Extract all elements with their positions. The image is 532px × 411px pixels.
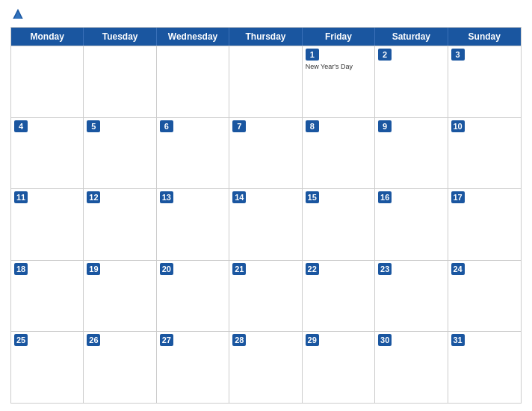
day-number: 23: [378, 263, 392, 275]
day-cell: 15: [303, 189, 375, 260]
day-header-monday: Monday: [11, 28, 84, 46]
day-cell: 5: [84, 118, 156, 189]
day-cell: 31: [448, 332, 521, 403]
day-headers-row: MondayTuesdayWednesdayThursdayFridaySatu…: [11, 28, 521, 46]
day-number: 19: [87, 263, 100, 275]
day-cell: 23: [375, 261, 448, 332]
day-cell: 3: [448, 46, 521, 117]
day-number: 16: [378, 191, 392, 203]
day-cell: 20: [157, 261, 229, 332]
page: MondayTuesdayWednesdayThursdayFridaySatu…: [0, 0, 532, 411]
day-cell: 2: [375, 46, 448, 117]
day-cell: 17: [448, 189, 521, 260]
day-cell: 1New Year's Day: [303, 46, 375, 117]
day-cell: 8: [303, 118, 375, 189]
day-number: 11: [14, 191, 28, 203]
day-cell: [157, 46, 229, 117]
logo-icon: [10, 7, 25, 22]
day-number: 28: [232, 334, 246, 346]
day-header-tuesday: Tuesday: [84, 28, 156, 46]
day-number: 27: [160, 334, 173, 346]
day-number: [87, 49, 100, 61]
week-row-1: 1New Year's Day23: [11, 46, 521, 117]
day-number: 1: [306, 49, 319, 61]
day-number: 3: [451, 49, 465, 61]
day-cell: 24: [448, 261, 521, 332]
day-number: 6: [160, 120, 173, 132]
day-number: 22: [306, 263, 319, 275]
day-number: 10: [451, 120, 465, 132]
calendar: MondayTuesdayWednesdayThursdayFridaySatu…: [10, 27, 522, 404]
day-header-sunday: Sunday: [448, 28, 521, 46]
day-cell: 27: [157, 332, 229, 403]
day-cell: 16: [375, 189, 448, 260]
day-number: 18: [14, 263, 28, 275]
day-header-thursday: Thursday: [229, 28, 302, 46]
day-number: 15: [306, 191, 319, 203]
header: [10, 7, 522, 22]
day-cell: 25: [11, 332, 84, 403]
day-number: 24: [451, 263, 465, 275]
day-cell: 13: [157, 189, 229, 260]
day-cell: [11, 46, 84, 117]
day-cell: 12: [84, 189, 156, 260]
day-cell: 6: [157, 118, 229, 189]
day-number: 5: [87, 120, 100, 132]
day-cell: 9: [375, 118, 448, 189]
day-cell: 18: [11, 261, 84, 332]
day-cell: 28: [229, 332, 302, 403]
day-number: 26: [87, 334, 100, 346]
day-number: 2: [378, 49, 392, 61]
day-cell: 7: [229, 118, 302, 189]
day-number: 17: [451, 191, 465, 203]
day-number: 8: [306, 120, 319, 132]
day-cell: 14: [229, 189, 302, 260]
day-number: [232, 49, 246, 61]
day-cell: [229, 46, 302, 117]
day-number: 30: [378, 334, 392, 346]
day-cell: 30: [375, 332, 448, 403]
event-label: New Year's Day: [306, 63, 371, 71]
weeks-container: 1New Year's Day2345678910111213141516171…: [11, 46, 521, 403]
day-cell: 11: [11, 189, 84, 260]
day-number: [160, 49, 173, 61]
day-header-saturday: Saturday: [375, 28, 448, 46]
day-number: 29: [306, 334, 319, 346]
week-row-2: 45678910: [11, 117, 521, 189]
day-header-friday: Friday: [303, 28, 375, 46]
week-row-3: 11121314151617: [11, 188, 521, 260]
day-cell: 10: [448, 118, 521, 189]
day-number: 4: [14, 120, 28, 132]
day-cell: 26: [84, 332, 156, 403]
day-number: [14, 49, 28, 61]
day-cell: 19: [84, 261, 156, 332]
day-cell: 22: [303, 261, 375, 332]
day-number: 14: [232, 191, 246, 203]
day-cell: 29: [303, 332, 375, 403]
day-cell: [84, 46, 156, 117]
day-number: 20: [160, 263, 173, 275]
day-cell: 4: [11, 118, 84, 189]
day-header-wednesday: Wednesday: [157, 28, 229, 46]
day-number: 9: [378, 120, 392, 132]
day-number: 21: [232, 263, 246, 275]
logo: [10, 7, 28, 22]
day-number: 31: [451, 334, 465, 346]
day-cell: 21: [229, 261, 302, 332]
day-number: 25: [14, 334, 28, 346]
day-number: 12: [87, 191, 100, 203]
week-row-4: 18192021222324: [11, 260, 521, 332]
day-number: 13: [160, 191, 173, 203]
day-number: 7: [232, 120, 246, 132]
week-row-5: 25262728293031: [11, 331, 521, 403]
